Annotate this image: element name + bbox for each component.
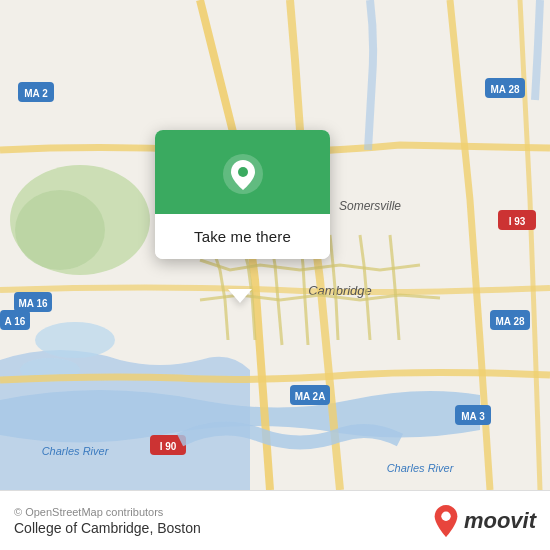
svg-text:MA 3: MA 3 — [461, 411, 485, 422]
popup-green-area — [155, 130, 330, 214]
bottom-bar: © OpenStreetMap contributors College of … — [0, 490, 550, 550]
location-pin-icon — [221, 152, 265, 196]
svg-text:I 90: I 90 — [160, 441, 177, 452]
moovit-pin-icon — [432, 504, 460, 538]
moovit-brand-text: moovit — [464, 508, 536, 534]
svg-text:MA 16: MA 16 — [18, 298, 48, 309]
svg-text:Charles River: Charles River — [387, 462, 455, 474]
svg-text:MA 2A: MA 2A — [295, 391, 326, 402]
svg-text:MA 2: MA 2 — [24, 88, 48, 99]
moovit-logo: moovit — [432, 504, 536, 538]
map-container: MA 2 MA 16 A 16 MA 28 I 93 MA 28 MA 2A M… — [0, 0, 550, 490]
svg-point-3 — [35, 322, 115, 358]
svg-text:MA 28: MA 28 — [490, 84, 520, 95]
popup-card: Take me there — [155, 130, 330, 259]
svg-point-28 — [238, 167, 248, 177]
svg-text:MA 28: MA 28 — [495, 316, 525, 327]
svg-text:Charles River: Charles River — [42, 445, 110, 457]
svg-point-2 — [15, 190, 105, 270]
svg-text:Somersville: Somersville — [339, 199, 401, 213]
svg-text:A 16: A 16 — [5, 316, 26, 327]
location-label: College of Cambridge, Boston — [14, 520, 432, 536]
svg-point-29 — [441, 511, 450, 520]
svg-text:I 93: I 93 — [509, 216, 526, 227]
osm-attribution: © OpenStreetMap contributors — [14, 506, 432, 518]
popup-pointer — [228, 289, 252, 303]
take-me-there-button[interactable]: Take me there — [155, 214, 330, 259]
